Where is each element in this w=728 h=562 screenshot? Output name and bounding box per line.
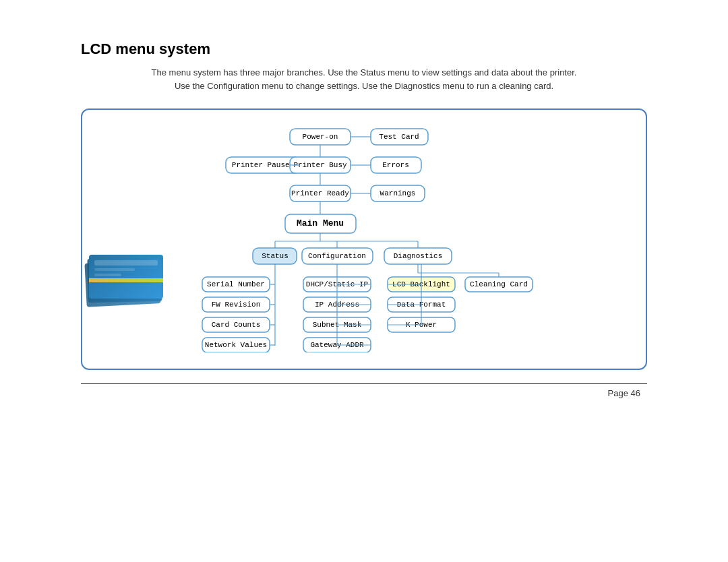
printer-busy-label: Printer Busy — [293, 161, 347, 169]
printer-paused-label: Printer Paused — [232, 161, 294, 169]
status-label: Status — [262, 252, 289, 260]
page-description: The menu system has three major branches… — [81, 66, 647, 92]
serial-number-label: Serial Number — [207, 280, 265, 288]
fw-revision-label: FW Revision — [212, 301, 261, 309]
diagnostics-label: Diagnostics — [394, 252, 443, 260]
card-counts-label: Card Counts — [212, 321, 261, 329]
network-values-label: Network Values — [205, 341, 267, 349]
cleaning-card-label: Cleaning Card — [470, 280, 528, 288]
footer-divider — [81, 383, 647, 384]
diagram-container: Power-on Test Card Printer Paused Printe… — [81, 108, 647, 370]
page-title: LCD menu system — [81, 40, 647, 58]
errors-label: Errors — [382, 161, 409, 169]
printer-ready-label: Printer Ready — [291, 189, 349, 197]
main-menu-label: Main Menu — [297, 218, 344, 228]
diagram-svg: Power-on Test Card Printer Paused Printe… — [96, 123, 632, 352]
image-stack — [82, 241, 170, 342]
footer-page: Page 46 — [81, 388, 647, 398]
configuration-label: Configuration — [308, 252, 366, 260]
page-container: LCD menu system The menu system has thre… — [0, 0, 728, 425]
power-on-label: Power-on — [303, 133, 338, 141]
test-card-label: Test Card — [379, 133, 419, 141]
warnings-label: Warnings — [380, 189, 416, 197]
